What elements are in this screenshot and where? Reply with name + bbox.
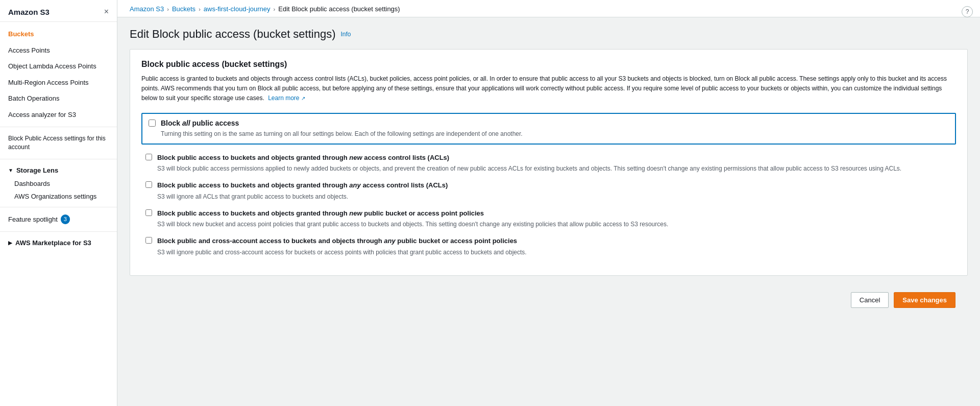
setting-item-4: Block public and cross-account access to…	[141, 236, 956, 257]
sidebar-storage-lens-toggle[interactable]: ▼ Storage Lens	[0, 163, 117, 177]
aws-marketplace-arrow-icon: ▶	[8, 240, 12, 246]
setting-1-desc: S3 will block public access permissions …	[157, 164, 901, 173]
feature-spotlight-badge: 3	[61, 214, 70, 224]
setting-1-label: Block public access to buckets and objec…	[157, 153, 901, 163]
breadcrumb-sep-1: ›	[167, 6, 169, 12]
help-icon[interactable]: ?	[962, 6, 973, 17]
feature-spotlight-label: Feature spotlight	[8, 214, 58, 225]
sidebar-item-block-public-access[interactable]: Block Public Access settings for this ac…	[0, 131, 117, 155]
storage-lens-arrow-icon: ▼	[8, 168, 13, 173]
setting-2-content: Block public access to buckets and objec…	[157, 180, 448, 201]
footer-row: Cancel Save changes	[130, 286, 968, 314]
block-all-row: Block all public access Turning this set…	[141, 113, 956, 145]
panel-title: Block public access (bucket settings)	[141, 60, 956, 69]
sidebar-item-access-points[interactable]: Access Points	[0, 42, 117, 59]
sidebar-item-feature-spotlight[interactable]: Feature spotlight 3	[0, 211, 117, 228]
sidebar-item-batch-ops[interactable]: Batch Operations	[0, 90, 117, 107]
setting-1-checkbox[interactable]	[145, 154, 152, 160]
learn-more-link[interactable]: Learn more	[268, 94, 299, 102]
setting-4-checkbox[interactable]	[145, 237, 152, 244]
setting-item-3: Block public access to buckets and objec…	[141, 208, 956, 229]
aws-marketplace-label: AWS Marketplace for S3	[15, 239, 91, 247]
setting-item-2: Block public access to buckets and objec…	[141, 180, 956, 201]
setting-4-content: Block public and cross-account access to…	[157, 236, 527, 257]
sidebar-close-button[interactable]: ×	[104, 7, 109, 16]
setting-3-label: Block public access to buckets and objec…	[157, 208, 668, 219]
sidebar-divider-4	[0, 231, 117, 232]
block-all-sub-desc: Turning this setting on is the same as t…	[161, 129, 523, 138]
storage-lens-label: Storage Lens	[16, 166, 58, 174]
setting-4-label: Block public and cross-account access to…	[157, 236, 527, 246]
setting-3-checkbox[interactable]	[145, 209, 152, 216]
sidebar-item-access-analyzer[interactable]: Access analyzer for S3	[0, 107, 117, 123]
external-link-icon: ↗	[301, 95, 305, 101]
sidebar-aws-marketplace-toggle[interactable]: ▶ AWS Marketplace for S3	[0, 236, 117, 250]
sidebar-item-aws-org-settings[interactable]: AWS Organizations settings	[0, 190, 117, 203]
setting-2-checkbox[interactable]	[145, 181, 152, 188]
breadcrumb-current: Edit Block public access (bucket setting…	[278, 5, 400, 13]
setting-3-content: Block public access to buckets and objec…	[157, 208, 668, 229]
main-content: Amazon S3 › Buckets › aws-first-cloud-jo…	[117, 0, 980, 406]
panel-description: Public access is granted to buckets and …	[141, 74, 956, 104]
sidebar-header: Amazon S3 ×	[0, 0, 117, 22]
sidebar-item-multi-region[interactable]: Multi-Region Access Points	[0, 75, 117, 91]
sidebar-item-dashboards[interactable]: Dashboards	[0, 177, 117, 190]
setting-item-1: Block public access to buckets and objec…	[141, 153, 956, 174]
breadcrumb-buckets[interactable]: Buckets	[172, 5, 195, 13]
page-title-row: Edit Block public access (bucket setting…	[130, 28, 968, 41]
settings-panel: Block public access (bucket settings) Pu…	[130, 49, 968, 276]
sidebar-nav: Buckets Access Points Object Lambda Acce…	[0, 22, 117, 254]
breadcrumb-amazon-s3[interactable]: Amazon S3	[130, 5, 164, 13]
block-all-checkbox[interactable]	[149, 120, 156, 127]
page-title: Edit Block public access (bucket setting…	[130, 28, 336, 41]
setting-4-desc: S3 will ignore public and cross-account …	[157, 248, 527, 257]
info-link[interactable]: Info	[341, 31, 351, 38]
cancel-button[interactable]: Cancel	[851, 292, 889, 308]
breadcrumb: Amazon S3 › Buckets › aws-first-cloud-jo…	[117, 0, 980, 17]
breadcrumb-sep-3: ›	[274, 6, 276, 12]
app-title: Amazon S3	[8, 8, 50, 16]
block-all-label: Block all public access	[161, 119, 523, 127]
setting-2-label: Block public access to buckets and objec…	[157, 180, 448, 190]
sidebar-item-object-lambda[interactable]: Object Lambda Access Points	[0, 58, 117, 75]
breadcrumb-bucket-name[interactable]: aws-first-cloud-journey	[204, 5, 271, 13]
setting-2-desc: S3 will ignore all ACLs that grant publi…	[157, 192, 448, 201]
setting-1-content: Block public access to buckets and objec…	[157, 153, 901, 174]
page-content: Edit Block public access (bucket setting…	[117, 17, 980, 406]
sidebar: Amazon S3 × Buckets Access Points Object…	[0, 0, 117, 406]
sidebar-divider-2	[0, 159, 117, 159]
save-changes-button[interactable]: Save changes	[894, 292, 955, 308]
breadcrumb-sep-2: ›	[199, 6, 201, 12]
block-all-content: Block all public access Turning this set…	[161, 119, 523, 138]
setting-3-desc: S3 will block new bucket and access poin…	[157, 220, 668, 229]
sidebar-item-buckets[interactable]: Buckets	[0, 26, 117, 42]
sidebar-divider-3	[0, 207, 117, 207]
sidebar-divider-1	[0, 127, 117, 127]
